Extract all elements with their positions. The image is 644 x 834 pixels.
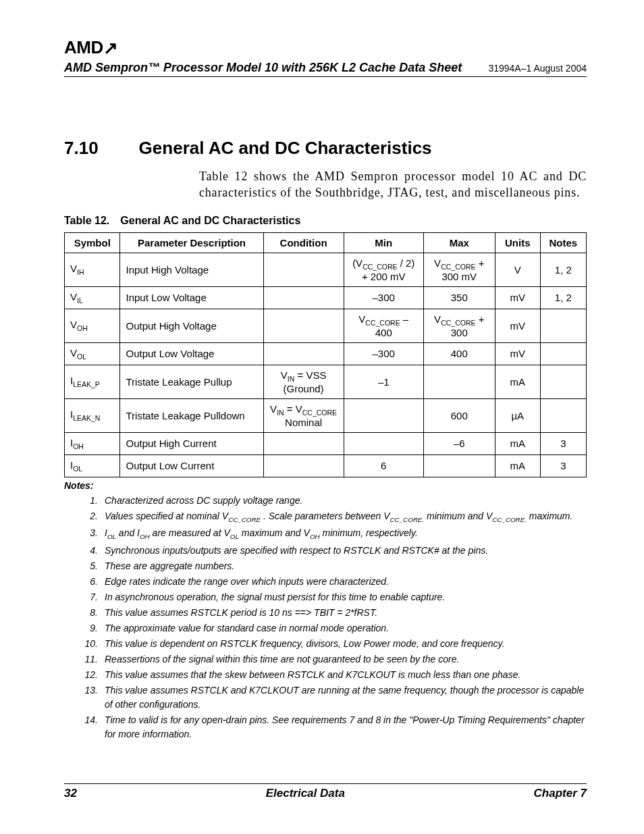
table-row: VOLOutput Low Voltage–300400mV	[65, 342, 587, 365]
cell-notes	[540, 365, 586, 398]
cell-max: 600	[423, 398, 495, 432]
note-text: This value assumes that the skew between…	[105, 668, 520, 682]
note-number: 1.	[84, 494, 98, 508]
cell-param: Output Low Voltage	[120, 342, 263, 365]
note-text: Reassertions of the signal within this t…	[105, 652, 459, 667]
note-item: 10.This value is dependent on RSTCLK fre…	[84, 637, 587, 651]
footer: 32 Electrical Data Chapter 7	[64, 783, 587, 800]
cell-min: –300	[344, 286, 423, 309]
note-item: 8.This value assumes RSTCLK period is 10…	[84, 606, 587, 620]
header-row: AMD Sempron™ Processor Model 10 with 256…	[64, 61, 587, 77]
note-item: 6.Edge rates indicate the range over whi…	[84, 575, 587, 589]
cell-param: Tristate Leakage Pullup	[120, 365, 263, 398]
note-text: Values specified at nominal VCC_CORE . S…	[105, 509, 572, 525]
cell-min: VCC_CORE – 400	[344, 309, 423, 342]
th-units: Units	[495, 232, 540, 253]
footer-center: Electrical Data	[266, 787, 345, 800]
cell-notes: 3	[540, 432, 586, 454]
cell-notes	[540, 398, 586, 432]
note-text: Edge rates indicate the range over which…	[105, 575, 389, 589]
doc-id: 31994A–1 August 2004	[488, 63, 587, 74]
cell-units: mA	[495, 365, 540, 398]
cell-symbol: VIL	[65, 286, 120, 309]
note-item: 7.In asynchronous operation, the signal …	[84, 590, 587, 604]
logo-arrow-icon: ↗	[103, 38, 118, 59]
table-caption: Table 12. General AC and DC Characterist…	[64, 215, 587, 227]
note-item: 12.This value assumes that the skew betw…	[84, 668, 587, 682]
table-header-row: Symbol Parameter Description Condition M…	[65, 232, 587, 253]
cell-max: –6	[423, 432, 495, 454]
note-number: 12.	[84, 668, 98, 682]
cell-units: V	[495, 253, 540, 286]
note-number: 6.	[84, 575, 98, 589]
note-number: 9.	[84, 621, 98, 635]
note-number: 14.	[84, 713, 98, 741]
cell-max	[423, 454, 495, 477]
notes-list: 1.Characterized across DC supply voltage…	[64, 494, 587, 741]
cell-notes	[540, 342, 586, 365]
note-item: 9.The approximate value for standard cas…	[84, 621, 587, 635]
note-item: 11.Reassertions of the signal within thi…	[84, 652, 587, 667]
th-cond: Condition	[263, 232, 344, 253]
amd-logo: AMD↗	[64, 37, 587, 58]
note-item: 3.IOL and IOH are measured at VOL maximu…	[84, 526, 587, 542]
note-number: 8.	[84, 606, 98, 620]
cell-notes: 1, 2	[540, 286, 586, 309]
note-text: These are aggregate numbers.	[105, 559, 234, 573]
cell-condition: VIN = VCC_CORE Nominal	[263, 398, 344, 432]
note-text: This value assumes RSTCLK period is 10 n…	[105, 606, 377, 620]
logo-text: AMD	[64, 37, 103, 57]
note-text: This value assumes RSTCLK and K7CLKOUT a…	[105, 683, 587, 712]
note-item: 2.Values specified at nominal VCC_CORE .…	[84, 509, 587, 525]
cell-units: mA	[495, 432, 540, 454]
section-number: 7.10	[64, 138, 99, 159]
note-item: 14.Time to valid is for any open-drain p…	[84, 713, 587, 741]
cell-notes: 3	[540, 454, 586, 477]
cell-max: VCC_CORE + 300	[423, 309, 495, 342]
th-notes: Notes	[540, 232, 586, 253]
footer-page: 32	[64, 787, 77, 800]
section-title: General AC and DC Characteristics	[139, 138, 432, 159]
note-number: 2.	[84, 509, 98, 525]
cell-symbol: IOH	[65, 432, 120, 454]
note-number: 11.	[84, 652, 98, 667]
th-max: Max	[423, 232, 495, 253]
cell-min: (VCC_CORE / 2) + 200 mV	[344, 253, 423, 286]
th-param: Parameter Description	[120, 232, 263, 253]
table-row: VOHOutput High VoltageVCC_CORE – 400VCC_…	[65, 309, 587, 342]
cell-condition	[263, 432, 344, 454]
cell-symbol: VOL	[65, 342, 120, 365]
note-item: 4.Synchronous inputs/outputs are specifi…	[84, 544, 587, 558]
cell-condition	[263, 309, 344, 342]
cell-param: Output High Voltage	[120, 309, 263, 342]
th-min: Min	[344, 232, 423, 253]
cell-notes: 1, 2	[540, 253, 586, 286]
footer-right: Chapter 7	[534, 787, 587, 800]
note-text: This value is dependent on RSTCLK freque…	[105, 637, 504, 651]
cell-symbol: VIH	[65, 253, 120, 286]
cell-max: 350	[423, 286, 495, 309]
note-number: 4.	[84, 544, 98, 558]
cell-min: –1	[344, 365, 423, 398]
note-text: Synchronous inputs/outputs are specified…	[105, 544, 488, 558]
cell-param: Output Low Current	[120, 454, 263, 477]
cell-param: Output High Current	[120, 432, 263, 454]
note-text: Characterized across DC supply voltage r…	[105, 494, 302, 508]
table-row: VILInput Low Voltage–300350mV1, 2	[65, 286, 587, 309]
cell-min	[344, 432, 423, 454]
cell-units: mV	[495, 309, 540, 342]
cell-condition: VIN = VSS (Ground)	[263, 365, 344, 398]
table-row: ILEAK_NTristate Leakage PulldownVIN = VC…	[65, 398, 587, 432]
note-item: 1.Characterized across DC supply voltage…	[84, 494, 587, 508]
cell-condition	[263, 454, 344, 477]
th-symbol: Symbol	[65, 232, 120, 253]
table-row: VIHInput High Voltage(VCC_CORE / 2) + 20…	[65, 253, 587, 286]
section-intro: Table 12 shows the AMD Sempron processor…	[199, 168, 587, 201]
cell-symbol: ILEAK_P	[65, 365, 120, 398]
table-row: ILEAK_PTristate Leakage PullupVIN = VSS …	[65, 365, 587, 398]
note-item: 5.These are aggregate numbers.	[84, 559, 587, 573]
characteristics-table: Symbol Parameter Description Condition M…	[64, 232, 587, 477]
table-row: IOLOutput Low Current6mA3	[65, 454, 587, 477]
cell-symbol: IOL	[65, 454, 120, 477]
note-text: Time to valid is for any open-drain pins…	[105, 713, 587, 741]
